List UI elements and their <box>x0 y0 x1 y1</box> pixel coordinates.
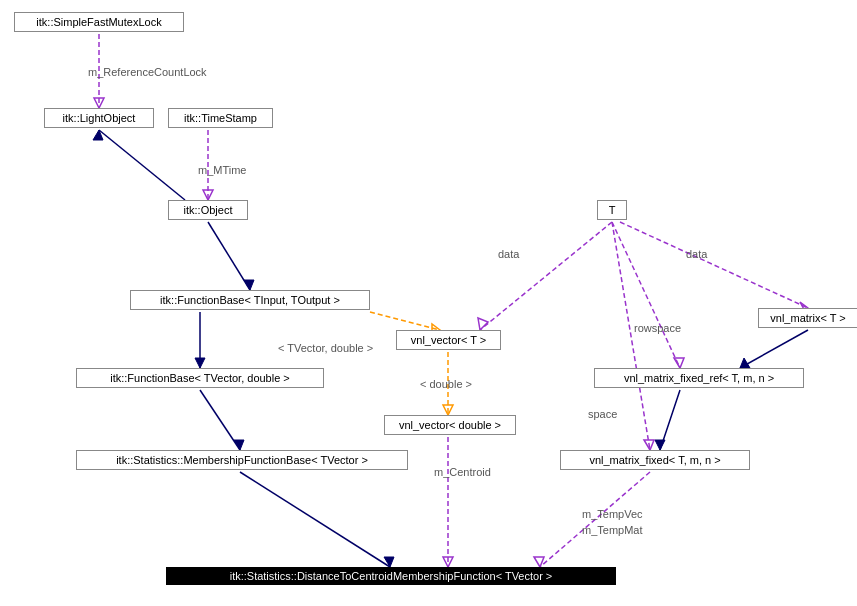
label-m-centroid: m_Centroid <box>434 466 491 478</box>
node-time-stamp: itk::TimeStamp <box>168 108 273 128</box>
label-tvector-double: < TVector, double > <box>278 342 373 354</box>
arrows-svg <box>0 0 857 606</box>
node-distance-to-centroid: itk::Statistics::DistanceToCentroidMembe… <box>166 567 616 585</box>
svg-line-26 <box>612 222 650 450</box>
label-rowspace: rowspace <box>634 322 681 334</box>
svg-marker-3 <box>93 130 103 140</box>
svg-line-24 <box>612 222 680 368</box>
svg-marker-13 <box>384 557 394 567</box>
label-m-mtime: m_MTime <box>198 164 246 176</box>
svg-line-14 <box>370 312 440 330</box>
svg-marker-19 <box>443 557 453 567</box>
node-function-base-ti: itk::FunctionBase< TInput, TOutput > <box>130 290 370 310</box>
svg-line-22 <box>620 222 808 308</box>
svg-marker-27 <box>644 440 654 450</box>
node-vnl-vector-t: vnl_vector< T > <box>396 330 501 350</box>
svg-marker-11 <box>234 440 244 450</box>
node-membership-function-base: itk::Statistics::MembershipFunctionBase<… <box>76 450 408 470</box>
svg-marker-33 <box>534 557 544 567</box>
svg-marker-9 <box>195 358 205 368</box>
svg-marker-1 <box>94 98 104 108</box>
node-vnl-matrix-fixed: vnl_matrix_fixed< T, m, n > <box>560 450 750 470</box>
svg-marker-17 <box>443 405 453 415</box>
node-function-base-tv: itk::FunctionBase< TVector, double > <box>76 368 324 388</box>
svg-marker-29 <box>740 358 750 368</box>
label-m-tempvec: m_TempVec <box>582 508 643 520</box>
svg-marker-5 <box>203 190 213 200</box>
svg-marker-25 <box>674 358 684 368</box>
node-vnl-matrix-t: vnl_matrix< T > <box>758 308 857 328</box>
node-simple-fast-mutex-lock: itk::SimpleFastMutexLock <box>14 12 184 32</box>
svg-line-12 <box>240 472 390 567</box>
label-space: space <box>588 408 617 420</box>
svg-line-28 <box>740 330 808 368</box>
svg-line-20 <box>480 222 612 330</box>
node-vnl-vector-double: vnl_vector< double > <box>384 415 516 435</box>
node-object: itk::Object <box>168 200 248 220</box>
svg-line-10 <box>200 390 240 450</box>
svg-line-2 <box>99 130 185 200</box>
svg-marker-7 <box>244 280 254 290</box>
svg-marker-31 <box>655 440 665 450</box>
diagram-container: itk::SimpleFastMutexLock itk::LightObjec… <box>0 0 857 606</box>
label-m-tempmat: m_TempMat <box>582 524 643 536</box>
label-m-reference-lock: m_ReferenceCountLock <box>88 66 207 78</box>
svg-line-30 <box>660 390 680 450</box>
node-vnl-matrix-fixed-ref: vnl_matrix_fixed_ref< T, m, n > <box>594 368 804 388</box>
svg-line-6 <box>208 222 250 290</box>
node-light-object: itk::LightObject <box>44 108 154 128</box>
node-t: T <box>597 200 627 220</box>
svg-marker-21 <box>478 318 488 330</box>
label-data1: data <box>498 248 519 260</box>
label-double: < double > <box>420 378 472 390</box>
label-data2: data <box>686 248 707 260</box>
